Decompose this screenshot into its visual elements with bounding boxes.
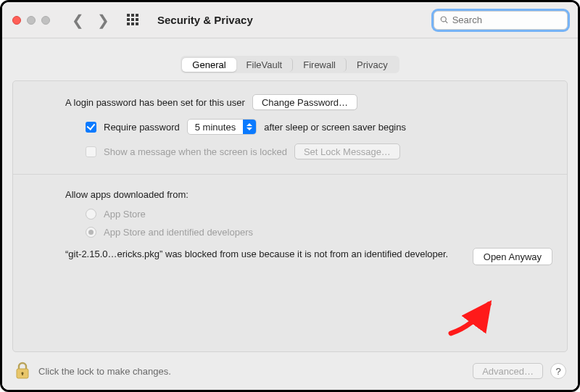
- nav-arrows: ❮ ❯: [72, 12, 109, 29]
- lock-icon[interactable]: [14, 361, 31, 381]
- maximize-window-button[interactable]: [41, 16, 50, 25]
- search-input[interactable]: [452, 14, 561, 25]
- window-controls: [12, 16, 50, 25]
- blocked-app-row: “git-2.15.0…ericks.pkg” was blocked from…: [65, 248, 552, 265]
- radio-appstore: [86, 209, 96, 220]
- general-panel: A login password has been set for this u…: [12, 80, 568, 352]
- allow-option-appstore: App Store: [86, 209, 552, 220]
- back-button[interactable]: ❮: [72, 12, 84, 29]
- set-lock-message-button: Set Lock Message…: [294, 143, 400, 159]
- titlebar: ❮ ❯ Security & Privacy: [2, 2, 578, 38]
- tab-general[interactable]: General: [182, 58, 236, 72]
- require-password-suffix: after sleep or screen saver begins: [264, 122, 406, 133]
- require-password-delay-select[interactable]: 5 minutes: [187, 119, 257, 135]
- require-password-delay-value: 5 minutes: [188, 120, 243, 134]
- minimize-window-button[interactable]: [27, 16, 36, 25]
- radio-identified: [86, 227, 96, 238]
- svg-rect-2: [22, 373, 23, 375]
- divider: [13, 174, 567, 175]
- blocked-app-message: “git-2.15.0…ericks.pkg” was blocked from…: [65, 248, 463, 262]
- allow-apps-header: Allow apps downloaded from:: [65, 189, 552, 200]
- change-password-button[interactable]: Change Password…: [252, 94, 357, 110]
- lock-hint-text: Click the lock to make changes.: [38, 366, 171, 377]
- search-field[interactable]: [434, 11, 568, 30]
- help-button[interactable]: ?: [550, 363, 566, 379]
- security-privacy-window: ❮ ❯ Security & Privacy General FileVault…: [2, 2, 578, 390]
- search-icon: [440, 15, 449, 25]
- content-area: General FileVault Firewall Privacy A log…: [2, 38, 578, 352]
- radio-identified-label: App Store and identified developers: [104, 227, 253, 238]
- open-anyway-button[interactable]: Open Anyway: [473, 248, 552, 265]
- forward-button[interactable]: ❯: [97, 12, 109, 29]
- footer-right: Advanced… ?: [473, 363, 566, 379]
- close-window-button[interactable]: [12, 16, 21, 25]
- tab-filevault[interactable]: FileVault: [236, 58, 294, 72]
- require-password-label: Require password: [104, 122, 180, 133]
- tabs: General FileVault Firewall Privacy: [181, 56, 399, 73]
- show-all-icon[interactable]: [127, 14, 140, 27]
- require-password-row: Require password 5 minutes after sleep o…: [86, 119, 552, 135]
- window-title: Security & Privacy: [157, 14, 253, 26]
- chevron-up-down-icon: [243, 120, 256, 134]
- advanced-button: Advanced…: [473, 363, 543, 379]
- allow-apps-section: Allow apps downloaded from: App Store Ap…: [65, 189, 552, 265]
- allow-option-identified: App Store and identified developers: [86, 227, 552, 238]
- show-message-row: Show a message when the screen is locked…: [86, 143, 552, 159]
- require-password-checkbox[interactable]: [86, 122, 96, 133]
- show-message-checkbox: [86, 146, 96, 157]
- tabs-row: General FileVault Firewall Privacy: [2, 38, 578, 73]
- tab-firewall[interactable]: Firewall: [293, 58, 347, 72]
- show-message-label: Show a message when the screen is locked: [104, 146, 287, 157]
- login-password-text: A login password has been set for this u…: [65, 97, 245, 108]
- login-password-row: A login password has been set for this u…: [65, 94, 552, 110]
- footer: Click the lock to make changes. Advanced…: [2, 352, 578, 390]
- radio-appstore-label: App Store: [104, 209, 146, 220]
- annotation-arrow-icon: [444, 297, 502, 340]
- tab-privacy[interactable]: Privacy: [347, 58, 398, 72]
